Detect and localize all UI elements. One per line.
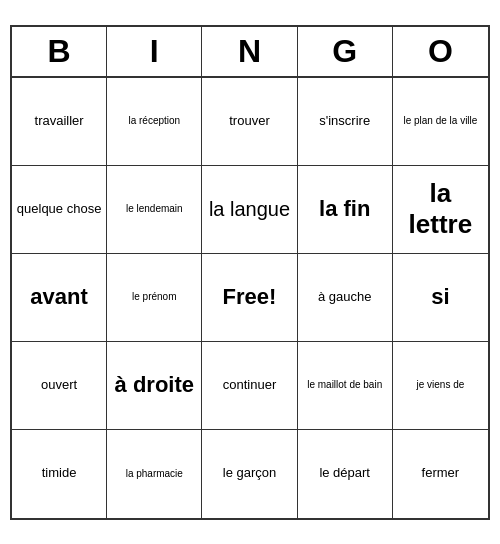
bingo-cell: la fin [298, 166, 393, 254]
bingo-cell: travailler [12, 78, 107, 166]
cell-text: la lettre [396, 178, 485, 240]
cell-text: s'inscrire [319, 113, 370, 130]
bingo-cell: à gauche [298, 254, 393, 342]
cell-text: Free! [223, 284, 277, 310]
cell-text: le prénom [132, 291, 176, 303]
cell-text: à droite [115, 372, 194, 398]
bingo-cell: le prénom [107, 254, 202, 342]
cell-text: le lendemain [126, 203, 183, 215]
cell-text: si [431, 284, 449, 310]
header-letter: O [393, 27, 488, 76]
cell-text: travailler [35, 113, 84, 130]
bingo-cell: ouvert [12, 342, 107, 430]
bingo-cell: le départ [298, 430, 393, 518]
bingo-cell: s'inscrire [298, 78, 393, 166]
header-letter: N [202, 27, 297, 76]
bingo-cell: quelque chose [12, 166, 107, 254]
header-letter: B [12, 27, 107, 76]
bingo-cell: Free! [202, 254, 297, 342]
bingo-cell: le plan de la ville [393, 78, 488, 166]
cell-text: le garçon [223, 465, 276, 482]
cell-text: le plan de la ville [403, 115, 477, 127]
bingo-cell: timide [12, 430, 107, 518]
cell-text: trouver [229, 113, 269, 130]
bingo-cell: la réception [107, 78, 202, 166]
cell-text: ouvert [41, 377, 77, 394]
bingo-cell: le lendemain [107, 166, 202, 254]
bingo-cell: la lettre [393, 166, 488, 254]
bingo-cell: si [393, 254, 488, 342]
bingo-card: BINGO travaillerla réceptiontrouvers'ins… [10, 25, 490, 520]
cell-text: la réception [128, 115, 180, 127]
bingo-header: BINGO [12, 27, 488, 78]
cell-text: quelque chose [17, 201, 102, 218]
cell-text: continuer [223, 377, 276, 394]
bingo-cell: le maillot de bain [298, 342, 393, 430]
bingo-cell: continuer [202, 342, 297, 430]
cell-text: fermer [422, 465, 460, 482]
cell-text: timide [42, 465, 77, 482]
bingo-cell: avant [12, 254, 107, 342]
bingo-cell: trouver [202, 78, 297, 166]
bingo-cell: la pharmacie [107, 430, 202, 518]
bingo-cell: le garçon [202, 430, 297, 518]
cell-text: le départ [319, 465, 370, 482]
cell-text: la fin [319, 196, 370, 222]
bingo-cell: je viens de [393, 342, 488, 430]
cell-text: la pharmacie [126, 468, 183, 480]
header-letter: I [107, 27, 202, 76]
bingo-cell: à droite [107, 342, 202, 430]
cell-text: la langue [209, 196, 290, 222]
bingo-cell: fermer [393, 430, 488, 518]
cell-text: à gauche [318, 289, 372, 306]
cell-text: le maillot de bain [307, 379, 382, 391]
bingo-cell: la langue [202, 166, 297, 254]
header-letter: G [298, 27, 393, 76]
cell-text: je viens de [416, 379, 464, 391]
cell-text: avant [30, 284, 87, 310]
bingo-grid: travaillerla réceptiontrouvers'inscrirel… [12, 78, 488, 518]
